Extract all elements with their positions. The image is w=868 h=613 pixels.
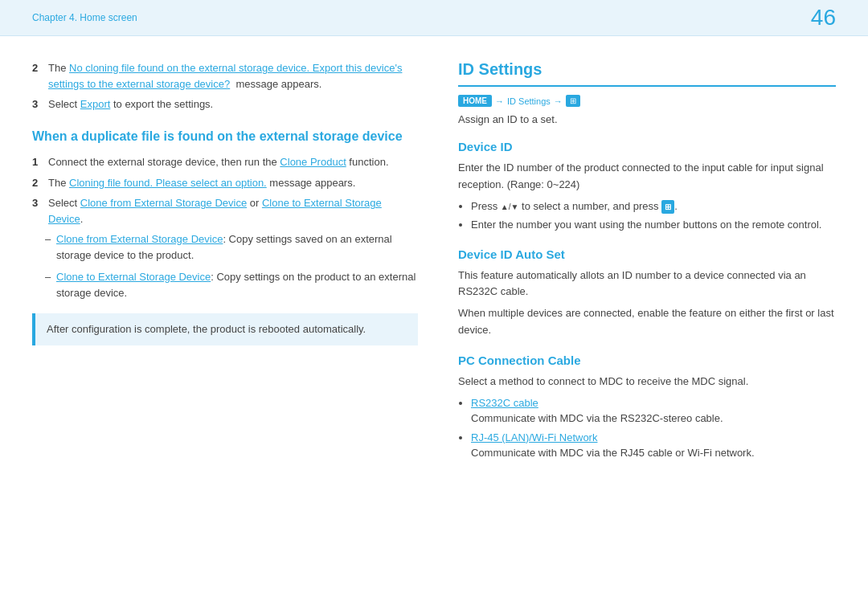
content-area: 2 The No cloning file found on the exter… <box>0 36 868 500</box>
step-2-link[interactable]: No cloning file found on the external st… <box>48 62 402 90</box>
breadcrumb-id-settings-link[interactable]: ID Settings <box>507 96 551 106</box>
pc-connection-cable-title: PC Connection Cable <box>458 353 836 367</box>
dup-step-3: 3 Select Clone from External Storage Dev… <box>32 195 418 227</box>
rs232c-desc: Communicate with MDC via the RS232C-ster… <box>471 412 723 424</box>
clone-from-link[interactable]: Clone from External Storage Device <box>80 197 247 209</box>
step-num-2: 2 <box>32 60 42 92</box>
step-3-text: Select Export to export the settings. <box>48 96 213 112</box>
breadcrumb: HOME → ID Settings → ⊞ <box>458 95 836 107</box>
note-box: After configuration is complete, the pro… <box>32 313 418 345</box>
dup-step-2: 2 The Cloning file found. Please select … <box>32 175 418 191</box>
breadcrumb-arrow-1: → <box>495 96 504 106</box>
device-id-bullet-1: Press ▲/▼ to select a number, and press … <box>471 198 836 215</box>
assign-text: Assign an ID to a set. <box>458 113 836 125</box>
device-id-auto-set-body: This feature automatically allots an ID … <box>458 268 836 301</box>
sub-item-to: Clone to External Storage Device: Copy s… <box>45 269 418 300</box>
pc-connection-cable-body: Select a method to connect to MDC to rec… <box>458 374 836 390</box>
right-column: ID Settings HOME → ID Settings → ⊞ Assig… <box>450 60 836 476</box>
rs232c-link[interactable]: RS232C cable <box>471 397 538 409</box>
note-text: After configuration is complete, the pro… <box>47 323 366 335</box>
dup-step-2-text: The Cloning file found. Please select an… <box>48 175 355 191</box>
chapter-label: Chapter 4. Home screen <box>32 12 137 23</box>
export-link[interactable]: Export <box>80 98 111 110</box>
pc-connection-bullets: RS232C cable Communicate with MDC via th… <box>471 395 836 461</box>
dup-step-num-3: 3 <box>32 195 42 227</box>
breadcrumb-home[interactable]: HOME <box>458 95 492 107</box>
pc-connection-cable-section: PC Connection Cable Select a method to c… <box>458 353 836 461</box>
breadcrumb-arrow-2: → <box>554 96 563 106</box>
device-id-auto-set-section: Device ID Auto Set This feature automati… <box>458 247 836 339</box>
triangle-icon: ▲/▼ <box>501 202 519 211</box>
breadcrumb-icon: ⊞ <box>566 95 580 107</box>
device-id-body: Enter the ID number of the product conne… <box>458 160 836 194</box>
clone-to-sub-link[interactable]: Clone to External Storage Device <box>56 271 211 283</box>
clone-product-link[interactable]: Clone Product <box>280 156 346 168</box>
ok-icon: ⊞ <box>661 200 674 214</box>
rj45-desc: Communicate with MDC via the RJ45 cable … <box>471 447 755 459</box>
dup-step-1: 1 Connect the external storage device, t… <box>32 154 418 170</box>
header: Chapter 4. Home screen 46 <box>0 0 868 36</box>
page-container: Chapter 4. Home screen 46 2 The No cloni… <box>0 0 868 613</box>
step-2: 2 The No cloning file found on the exter… <box>32 60 418 92</box>
device-id-bullets: Press ▲/▼ to select a number, and press … <box>471 198 836 233</box>
rj45-bullet: RJ-45 (LAN)/Wi-Fi Network Communicate wi… <box>471 430 836 461</box>
left-column: 2 The No cloning file found on the exter… <box>32 60 418 476</box>
rs232c-bullet: RS232C cable Communicate with MDC via th… <box>471 395 836 427</box>
clone-from-sub-link[interactable]: Clone from External Storage Device <box>56 233 223 245</box>
dup-step-num-2: 2 <box>32 175 42 191</box>
page-number: 46 <box>811 6 836 29</box>
duplicate-section-heading: When a duplicate file is found on the ex… <box>32 129 418 145</box>
device-id-bullet-2: Enter the number you want using the numb… <box>471 217 836 233</box>
device-id-auto-set-body2: When multiple devices are connected, ena… <box>458 305 836 339</box>
id-settings-title: ID Settings <box>458 60 836 87</box>
step-num-3: 3 <box>32 96 42 112</box>
sub-item-from: Clone from External Storage Device: Copy… <box>45 231 418 263</box>
rj45-link[interactable]: RJ-45 (LAN)/Wi-Fi Network <box>471 431 597 443</box>
dup-step-3-text: Select Clone from External Storage Devic… <box>48 195 418 227</box>
step-3: 3 Select Export to export the settings. <box>32 96 418 112</box>
dup-step-1-text: Connect the external storage device, the… <box>48 154 389 170</box>
device-id-title: Device ID <box>458 140 836 153</box>
device-id-auto-set-title: Device ID Auto Set <box>458 247 836 261</box>
dup-step-num-1: 1 <box>32 154 42 170</box>
device-id-section: Device ID Enter the ID number of the pro… <box>458 140 836 233</box>
sub-list: Clone from External Storage Device: Copy… <box>45 231 418 300</box>
cloning-found-link[interactable]: Cloning file found. Please select an opt… <box>69 177 267 189</box>
step-2-text: The No cloning file found on the externa… <box>48 60 418 92</box>
